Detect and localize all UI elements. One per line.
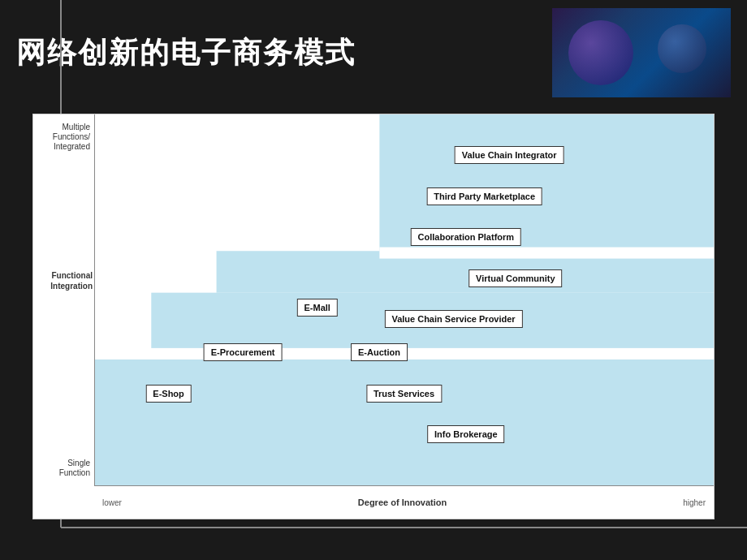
y-label-bottom: SingleFunction [37, 459, 90, 478]
chart-svg [94, 114, 714, 486]
svg-rect-4 [379, 248, 714, 259]
x-label-lower: lower [102, 498, 122, 507]
box-virtual-community: Virtual Community [468, 269, 563, 287]
y-axis-labels: MultipleFunctions/Integrated FunctionalI… [33, 114, 94, 486]
chart-container: MultipleFunctions/Integrated FunctionalI… [32, 114, 715, 519]
box-third-party-marketplace: Third Party Marketplace [426, 187, 542, 205]
y-label-top: MultipleFunctions/Integrated [37, 123, 90, 152]
box-info-brokerage: Info Brokerage [427, 425, 505, 443]
page-title: 网络创新的电子商务模式 [16, 33, 552, 73]
x-axis-line [61, 527, 747, 528]
header: 网络创新的电子商务模式 [0, 0, 747, 106]
box-e-shop: E-Shop [145, 385, 192, 403]
x-label-center: Degree of Innovation [358, 498, 447, 507]
y-label-mid: FunctionalIntegration [37, 270, 93, 291]
x-label-higher: higher [683, 498, 706, 507]
svg-rect-0 [94, 357, 714, 486]
box-value-chain-service-provider: Value Chain Service Provider [384, 310, 522, 328]
header-decoration [552, 8, 731, 97]
x-axis-labels: lower Degree of Innovation higher [94, 486, 714, 519]
box-e-auction: E-Auction [351, 343, 408, 361]
box-e-mall: E-Mall [296, 299, 337, 317]
box-value-chain-integrator: Value Chain Integrator [455, 146, 564, 164]
box-e-procurement: E-Procurement [204, 343, 283, 361]
chart-area: Value Chain Integrator Third Party Marke… [94, 114, 714, 486]
box-collaboration-platform: Collaboration Platform [411, 228, 522, 246]
box-trust-services: Trust Services [366, 385, 442, 403]
